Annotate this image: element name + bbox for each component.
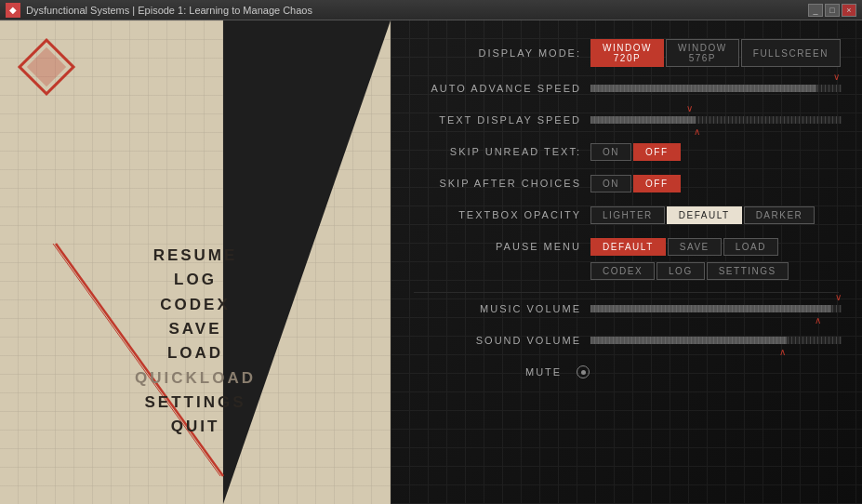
skip-unread-label: SKIP UNREAD TEXT: bbox=[414, 146, 581, 157]
nav-item-quit[interactable]: QUIT bbox=[0, 415, 391, 439]
textbox-opacity-row: TEXTBOX OPACITY LIGHTER DEFAULT DARKER bbox=[414, 205, 839, 225]
pause-settings-button[interactable]: SETTINGS bbox=[707, 262, 789, 280]
skip-choices-buttons: ON OFF bbox=[590, 175, 681, 192]
textbox-darker-button[interactable]: DARKER bbox=[744, 206, 816, 224]
window-controls[interactable]: _ □ × bbox=[808, 4, 856, 17]
maximize-button[interactable]: □ bbox=[825, 4, 840, 17]
nav-item-load[interactable]: LOAD bbox=[0, 341, 391, 365]
textbox-opacity-label: TEXTBOX OPACITY bbox=[414, 209, 581, 220]
nav-item-resume[interactable]: RESUME bbox=[0, 244, 391, 268]
skip-unread-off-button[interactable]: OFF bbox=[633, 143, 681, 161]
text-display-slider-wrapper: ∨ ∧ bbox=[590, 111, 842, 129]
main-container: RESUME LOG CODEX SAVE LOAD QUICKLOAD SET… bbox=[0, 20, 862, 504]
skip-choices-on-button[interactable]: ON bbox=[590, 175, 631, 192]
sound-volume-slider-wrapper: ∧ bbox=[590, 331, 842, 350]
text-display-label: TEXT DISPLAY SPEED bbox=[414, 114, 581, 126]
mute-row: MUTE bbox=[414, 362, 839, 382]
nav-menu: RESUME LOG CODEX SAVE LOAD QUICKLOAD SET… bbox=[0, 244, 391, 440]
display-fullscreen-button[interactable]: FULLSCREEN bbox=[741, 39, 841, 67]
pause-load-button[interactable]: LOAD bbox=[723, 238, 778, 256]
music-caret-below: ∧ bbox=[815, 315, 821, 325]
pause-save-button[interactable]: SAVE bbox=[668, 238, 722, 256]
auto-advance-row: AUTO ADVANCE SPEED ∨ bbox=[414, 78, 839, 99]
pause-menu-row2-buttons: CODEX LOG SETTINGS bbox=[590, 262, 789, 280]
skip-choices-off-button[interactable]: OFF bbox=[633, 175, 681, 192]
pause-codex-button[interactable]: CODEX bbox=[590, 262, 655, 280]
diamond-logo bbox=[18, 38, 75, 96]
sound-volume-row: SOUND VOLUME ∧ bbox=[414, 330, 839, 351]
section-divider bbox=[414, 292, 839, 293]
pause-menu-label: PAUSE MENU bbox=[414, 241, 581, 252]
textbox-lighter-button[interactable]: LIGHTER bbox=[590, 206, 665, 224]
left-panel: RESUME LOG CODEX SAVE LOAD QUICKLOAD SET… bbox=[0, 20, 391, 504]
pause-menu-row2: CODEX LOG SETTINGS bbox=[414, 260, 839, 281]
text-display-slider[interactable] bbox=[590, 116, 842, 124]
skip-unread-row: SKIP UNREAD TEXT: ON OFF bbox=[414, 141, 839, 162]
text-display-row: TEXT DISPLAY SPEED ∨ ∧ bbox=[414, 110, 839, 130]
music-caret-above: ∨ bbox=[835, 292, 842, 302]
music-volume-label: MUSIC VOLUME bbox=[414, 303, 581, 314]
right-panel: DISPLAY MODE: WINDOW 720P WINDOW 576P FU… bbox=[391, 20, 862, 504]
titlebar: ◆ Dysfunctional Systems | Episode 1: Lea… bbox=[0, 0, 862, 20]
settings-content: DISPLAY MODE: WINDOW 720P WINDOW 576P FU… bbox=[391, 20, 862, 412]
nav-item-settings[interactable]: SETTINGS bbox=[0, 391, 391, 415]
auto-advance-slider[interactable] bbox=[590, 85, 842, 92]
text-display-caret-above: ∨ bbox=[686, 103, 693, 113]
nav-item-quickload[interactable]: QUICKLOAD bbox=[0, 366, 391, 391]
sound-volume-fill bbox=[590, 337, 787, 344]
window-title: Dysfunctional Systems | Episode 1: Learn… bbox=[26, 5, 808, 16]
textbox-default-button[interactable]: DEFAULT bbox=[667, 206, 742, 224]
display-mode-label: DISPLAY MODE: bbox=[414, 47, 581, 59]
sound-volume-slider[interactable] bbox=[590, 337, 842, 344]
pause-menu-row1: PAUSE MENU DEFAULT SAVE LOAD bbox=[414, 236, 839, 257]
skip-choices-row: SKIP AFTER CHOICES ON OFF bbox=[414, 173, 839, 193]
text-display-caret-below: ∧ bbox=[694, 126, 700, 137]
sound-volume-label: SOUND VOLUME bbox=[414, 335, 581, 346]
music-volume-row: MUSIC VOLUME ∨ ∧ bbox=[414, 298, 839, 319]
skip-unread-buttons: ON OFF bbox=[590, 143, 681, 161]
textbox-opacity-buttons: LIGHTER DEFAULT DARKER bbox=[590, 206, 815, 224]
display-mode-buttons: WINDOW 720P WINDOW 576P FULLSCREEN bbox=[590, 39, 841, 67]
pause-log-button[interactable]: LOG bbox=[656, 262, 705, 280]
display-window720p-button[interactable]: WINDOW 720P bbox=[590, 39, 664, 67]
minimize-button[interactable]: _ bbox=[808, 4, 823, 17]
mute-icon[interactable] bbox=[577, 365, 590, 378]
skip-choices-label: SKIP AFTER CHOICES bbox=[414, 178, 581, 189]
auto-advance-fill bbox=[590, 85, 816, 92]
music-volume-slider[interactable] bbox=[590, 305, 842, 312]
display-window576p-button[interactable]: WINDOW 576P bbox=[666, 39, 739, 67]
nav-item-save[interactable]: SAVE bbox=[0, 317, 391, 341]
skip-unread-on-button[interactable]: ON bbox=[590, 143, 631, 161]
close-button[interactable]: × bbox=[842, 4, 856, 17]
music-volume-fill bbox=[590, 305, 831, 312]
nav-item-log[interactable]: LOG bbox=[0, 268, 391, 292]
music-volume-slider-wrapper: ∨ ∧ bbox=[590, 299, 842, 318]
app-icon: ◆ bbox=[6, 3, 20, 18]
auto-advance-label: AUTO ADVANCE SPEED bbox=[414, 83, 581, 94]
nav-item-codex[interactable]: CODEX bbox=[0, 293, 391, 317]
mute-label: MUTE bbox=[525, 366, 562, 378]
display-mode-row: DISPLAY MODE: WINDOW 720P WINDOW 576P FU… bbox=[414, 39, 839, 67]
auto-advance-slider-wrapper: ∨ bbox=[590, 79, 842, 98]
auto-advance-caret-above: ∨ bbox=[833, 72, 840, 82]
text-display-fill bbox=[590, 116, 696, 124]
sound-caret-below: ∧ bbox=[779, 347, 786, 357]
pause-default-button[interactable]: DEFAULT bbox=[590, 238, 666, 256]
pause-menu-row1-buttons: DEFAULT SAVE LOAD bbox=[590, 238, 778, 256]
